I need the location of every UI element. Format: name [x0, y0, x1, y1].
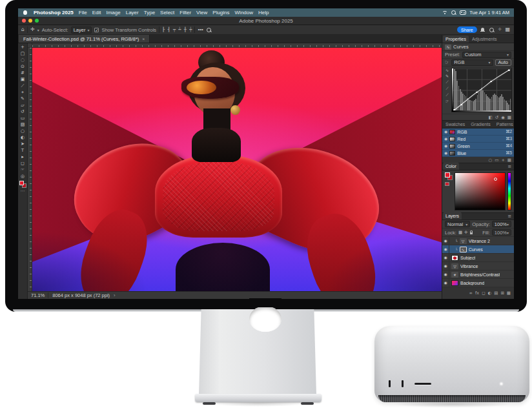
- tool-brush[interactable]: ✎: [21, 96, 25, 102]
- tool-quick-select[interactable]: ⊙: [21, 63, 25, 70]
- apple-menu-icon[interactable]: [23, 10, 28, 15]
- opacity-dropdown[interactable]: 100% ▾: [492, 221, 511, 227]
- show-transform-checkbox[interactable]: ✓: [94, 28, 99, 32]
- tool-type[interactable]: T: [21, 147, 24, 154]
- menu-item-help[interactable]: Help: [258, 10, 269, 15]
- link-layers-icon[interactable]: ∞: [469, 291, 473, 296]
- visibility-eye-icon[interactable]: ◉: [444, 247, 447, 251]
- blend-mode-dropdown[interactable]: Normal ▾: [445, 221, 470, 227]
- tool-gradient[interactable]: ▨: [21, 121, 25, 128]
- search-icon[interactable]: [206, 27, 212, 33]
- saturation-brightness-field[interactable]: [455, 172, 506, 210]
- tool-clone-stamp[interactable]: ▱: [21, 102, 24, 108]
- notifications-bell-icon[interactable]: [480, 27, 486, 33]
- smooth-icon[interactable]: ☞: [445, 99, 449, 103]
- tool-history-brush[interactable]: ↺: [21, 108, 25, 115]
- menu-item-layer[interactable]: Layer: [126, 10, 139, 15]
- canvas-artwork[interactable]: [32, 48, 442, 291]
- visibility-eye-icon[interactable]: ◉: [444, 272, 447, 276]
- chevron-down-icon[interactable]: ▾: [37, 28, 39, 32]
- delete-channel-icon[interactable]: ▦: [507, 158, 511, 163]
- channel-dropdown[interactable]: RGB ▾: [451, 59, 493, 66]
- menu-item-edit[interactable]: Edit: [92, 10, 101, 15]
- align-buttons[interactable]: ┠ ┨ ┯ ┷ ╂ ┿: [162, 27, 192, 32]
- tool-marquee[interactable]: ▢: [21, 50, 25, 57]
- tab-patterns[interactable]: Patterns: [494, 121, 514, 128]
- tool-eyedropper[interactable]: ⟋: [21, 83, 25, 89]
- menu-item-image[interactable]: Image: [106, 10, 120, 15]
- lock-all-icon[interactable]: [470, 232, 473, 234]
- menu-item-file[interactable]: File: [79, 10, 87, 15]
- channel-row-blue[interactable]: ◉ Blue ⌘5: [442, 150, 514, 157]
- discover-icon[interactable]: ✧: [498, 26, 502, 33]
- tab-gradients[interactable]: Gradients: [468, 121, 493, 128]
- tool-frame[interactable]: ▣: [21, 76, 25, 83]
- foreground-color-swatch[interactable]: [445, 172, 450, 178]
- visibility-icon[interactable]: ◉: [501, 115, 505, 120]
- visibility-eye-icon[interactable]: ◉: [444, 130, 447, 134]
- spotlight-search-icon[interactable]: [451, 10, 456, 15]
- help-search-icon[interactable]: [489, 27, 495, 33]
- tool-lasso[interactable]: ◌: [21, 57, 25, 63]
- layer-row-vibrance-2[interactable]: ◉ └ ▽ Vibrance 2: [442, 237, 514, 245]
- tool-crop[interactable]: #: [21, 70, 25, 76]
- eyedropper-white-icon[interactable]: ⟋: [445, 92, 448, 97]
- tool-shape[interactable]: ◻: [21, 160, 25, 167]
- menu-bar-clock[interactable]: Tue Apr 1 9:41 AM: [469, 10, 509, 15]
- adjustment-layer-icon[interactable]: ◐: [488, 291, 492, 296]
- layer-row-vibrance[interactable]: ◉ ▽ Vibrance: [442, 262, 514, 270]
- panel-menu-icon[interactable]: ≡: [505, 163, 514, 170]
- tool-zoom[interactable]: ◎: [21, 173, 25, 179]
- layer-effects-icon[interactable]: fx: [475, 291, 479, 296]
- new-channel-icon[interactable]: +: [501, 158, 504, 163]
- channel-row-green[interactable]: ◉ Green ⌘4: [442, 143, 514, 150]
- foreground-background-swatches[interactable]: [445, 172, 453, 180]
- close-tab-icon[interactable]: ×: [142, 37, 145, 41]
- menu-item-plugins[interactable]: Plugins: [212, 10, 229, 15]
- layer-row-curves[interactable]: ◉ └ ∿ Curves: [442, 245, 514, 254]
- channel-row-rgb[interactable]: ◉ RGB ⌘2: [442, 128, 514, 136]
- workspace-grid-icon[interactable]: ▦: [505, 26, 510, 33]
- lock-transparency-icon[interactable]: ▦: [458, 230, 462, 235]
- tool-path-select[interactable]: ▸: [21, 154, 24, 160]
- auto-select-dropdown[interactable]: Layer ▾: [71, 26, 92, 34]
- document-tab[interactable]: Fall-Winter-Collection.psd @ 71.1% (Curv…: [19, 35, 150, 43]
- edit-toolbar-icon[interactable]: ⋯: [21, 188, 25, 194]
- add-mask-icon[interactable]: ◻: [482, 291, 485, 296]
- tab-properties[interactable]: Properties: [443, 36, 469, 43]
- channel-row-red[interactable]: ◉ Red ⌘3: [442, 136, 514, 143]
- tab-layers[interactable]: Layers: [443, 212, 462, 219]
- targeted-adjustment-icon[interactable]: ☞: [445, 59, 449, 66]
- auto-button[interactable]: Auto: [495, 59, 511, 66]
- menu-item-filter[interactable]: Filter: [179, 10, 191, 15]
- menu-item-select[interactable]: Select: [160, 10, 174, 15]
- clip-to-layer-icon[interactable]: ◧: [489, 115, 493, 120]
- visibility-eye-icon[interactable]: ◉: [444, 239, 447, 243]
- visibility-eye-icon[interactable]: ◉: [444, 264, 447, 268]
- share-button[interactable]: Share: [457, 26, 477, 33]
- tool-move[interactable]: +: [21, 44, 25, 50]
- delete-layer-icon[interactable]: ▦: [507, 291, 511, 296]
- move-tool-icon[interactable]: ✛: [30, 26, 35, 33]
- visibility-eye-icon[interactable]: ◉: [444, 144, 447, 148]
- tab-color[interactable]: Color: [443, 163, 459, 170]
- visibility-eye-icon[interactable]: ◉: [444, 281, 447, 285]
- tool-healing[interactable]: ⌖: [21, 89, 24, 96]
- layer-row-background[interactable]: ◉ Background: [442, 279, 514, 287]
- tool-dodge[interactable]: ◐: [21, 134, 25, 141]
- new-group-icon[interactable]: ▤: [494, 291, 498, 296]
- foreground-color-swatch[interactable]: [19, 181, 24, 185]
- preset-dropdown[interactable]: Custom ▾: [462, 52, 511, 58]
- visibility-eye-icon[interactable]: ◉: [444, 137, 447, 141]
- delete-adjustment-icon[interactable]: ▦: [507, 115, 511, 120]
- tool-pen[interactable]: ➤: [21, 141, 25, 147]
- tool-hand[interactable]: ☞: [21, 167, 25, 173]
- save-selection-icon[interactable]: ▭: [495, 158, 498, 163]
- control-center-icon[interactable]: [460, 10, 466, 15]
- wifi-icon[interactable]: [442, 10, 447, 15]
- pencil-tool-icon[interactable]: ✎: [445, 74, 449, 78]
- tab-adjustments[interactable]: Adjustments: [469, 36, 500, 43]
- lock-position-icon[interactable]: ✛: [464, 230, 467, 235]
- reset-icon[interactable]: ↺: [495, 115, 498, 120]
- menu-item-view[interactable]: View: [196, 10, 207, 15]
